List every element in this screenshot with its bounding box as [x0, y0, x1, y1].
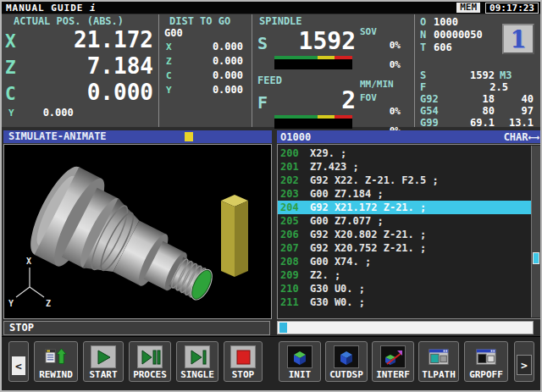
simulate-title-bar: SIMULATE-ANIMATE	[3, 130, 272, 143]
softkey-single[interactable]: SINGLE	[176, 341, 218, 382]
program-line[interactable]: 203G00 Z7.184 ;	[278, 187, 533, 201]
axis-row-y: Y 0.000	[2, 107, 158, 119]
machine-status-bar: STOP	[3, 321, 270, 335]
program-line[interactable]: 209Z2. ;	[278, 268, 533, 282]
modal-g99-row: G99 69.1 13.1	[415, 117, 540, 129]
program-info-panel: O 1000 N 00000050 T 606 1 S 1592 M3 F	[414, 14, 540, 127]
spindle-feed-panel: SPINDLE S 1592 FEED F 2 SOV 0% 0% MM/MIN	[252, 14, 414, 127]
cut-display-icon	[334, 345, 359, 368]
feed-unit-label: MM/MIN	[358, 78, 412, 91]
program-scrollbar[interactable]	[531, 146, 540, 317]
program-line[interactable]: 200X29. ;	[278, 146, 533, 160]
program-line[interactable]: 205G00 Z7.077 ;	[278, 214, 533, 228]
title-bar: MANUAL GUIDE i MEM 09:17:23	[2, 2, 540, 14]
start-icon	[91, 345, 116, 368]
feed-rate: F 2	[257, 86, 356, 114]
softkey-start[interactable]: START	[83, 341, 124, 382]
dist-row-y: Y 0.000	[159, 84, 252, 98]
single-block-icon	[185, 345, 210, 368]
axis-value-c: 0.000	[24, 80, 153, 105]
process-icon	[137, 345, 163, 368]
chevron-left-icon: <	[12, 356, 25, 375]
modal-s-row: S 1592 M3	[415, 69, 540, 81]
rewind-icon	[43, 345, 69, 368]
feed-title: FEED	[257, 75, 356, 86]
program-line[interactable]: 207G92 X20.752 Z-21. ;	[278, 241, 533, 255]
program-line[interactable]: 201Z7.423 ;	[278, 160, 533, 174]
dist-gcode: G00	[159, 27, 252, 41]
program-line[interactable]: 211G30 W0. ;	[278, 295, 533, 309]
axis-row-c: C 0.000	[2, 80, 158, 106]
feed-load-meter	[274, 115, 352, 129]
softkey-interf[interactable]: INTERF	[372, 341, 414, 382]
program-line[interactable]: 208G00 X74. ;	[278, 255, 533, 268]
axis-value-y: 0.000	[43, 107, 74, 119]
axis-label-y: Y	[8, 299, 14, 308]
program-name: O1000	[280, 131, 504, 143]
feed-rate-value: 2	[268, 86, 356, 114]
modal-f-row: F 2.5	[415, 81, 540, 93]
program-line[interactable]: 210G30 U0. ;	[278, 282, 533, 295]
program-line[interactable]: 206G92 X20.802 Z-21. ;	[278, 228, 533, 241]
machine-status-text: STOP	[9, 322, 34, 334]
chevron-right-icon: >	[517, 355, 532, 375]
axis-row-x: X 21.172	[2, 27, 158, 53]
softkey-grpoff[interactable]: GRPOFF	[464, 341, 508, 382]
program-listing: 200X29. ; 201Z7.423 ; 202G92 X22. Z-21. …	[277, 144, 542, 319]
key-input-field[interactable]	[277, 321, 534, 334]
feed-override-value: 0%	[358, 105, 412, 119]
softkey-page-left[interactable]: <	[8, 341, 29, 382]
dist-to-go-title: DIST TO GO	[159, 14, 252, 27]
simulate-progress-marker	[185, 132, 193, 141]
scrollbar-thumb[interactable]	[533, 252, 539, 264]
actual-position-panel: ACTUAL POS. (ABS.) X 21.172 Z 7.184 C 0.…	[2, 14, 158, 127]
top-data-row: ACTUAL POS. (ABS.) X 21.172 Z 7.184 C 0.…	[2, 14, 540, 127]
softkey-tlpath[interactable]: TLPATH	[418, 341, 459, 382]
char-nav-label: CHAR	[504, 131, 528, 143]
feed-override-label: FOV	[358, 91, 412, 105]
mode-badge: MEM	[456, 3, 480, 13]
interference-icon	[380, 345, 406, 368]
softkey-page-right[interactable]: >	[514, 341, 534, 382]
graphic-off-icon	[473, 345, 499, 368]
spindle-speed: S 1592	[257, 27, 356, 55]
program-line[interactable]: 202G92 X22. Z-21. F2.5 ;	[278, 174, 533, 187]
axis-label-x: X	[26, 257, 31, 266]
spindle-override-value: 0%	[358, 39, 412, 52]
clock: 09:17:23	[485, 3, 539, 14]
axis-value-z: 7.184	[24, 53, 153, 79]
modal-g54-row: G54 80 97	[415, 105, 540, 117]
cutting-tool	[221, 195, 248, 277]
program-line-current[interactable]: 204G92 X21.172 Z-21. ;	[278, 201, 533, 214]
axis-value-x: 21.172	[24, 27, 153, 52]
spindle-load-value: 0%	[358, 58, 412, 72]
axis-label-z: Z	[46, 299, 51, 308]
workpiece-render: X Y Z	[4, 145, 271, 318]
char-nav-arrows: ←→	[528, 131, 539, 143]
softkey-rewind[interactable]: REWIND	[34, 341, 78, 382]
softkey-stop[interactable]: STOP	[224, 341, 263, 382]
app-title: MANUAL GUIDE i	[2, 3, 97, 14]
axis-row-z: Z 7.184	[2, 53, 158, 80]
softkey-init[interactable]: INIT	[279, 341, 321, 382]
simulate-title: SIMULATE-ANIMATE	[8, 130, 107, 142]
active-tool-indicator: 1	[502, 24, 534, 54]
tool-path-icon	[426, 345, 451, 368]
program-header-bar: O1000 CHAR ←→	[277, 130, 542, 143]
softkey-process[interactable]: PROCES	[129, 341, 171, 382]
softkey-cutdsp[interactable]: CUTDSP	[325, 341, 368, 382]
stop-icon	[230, 345, 256, 368]
dist-row-z: Z 0.000	[159, 55, 252, 69]
actual-position-title: ACTUAL POS. (ABS.)	[2, 14, 158, 27]
dist-to-go-panel: DIST TO GO G00 X 0.000 Z 0.000 C 0.000 Y…	[158, 14, 252, 127]
spindle-speed-value: 1592	[268, 27, 356, 55]
dist-row-c: C 0.000	[159, 69, 252, 84]
dist-row-x: X 0.000	[159, 41, 252, 55]
modal-g92-row: G92 18 40	[415, 93, 540, 105]
simulation-3d-view: X Y Z	[3, 144, 272, 319]
softkey-toolbar: < REWIND START	[2, 336, 540, 391]
init-cube-icon	[287, 345, 312, 368]
cnc-screen: MANUAL GUIDE i MEM 09:17:23 ACTUAL POS. …	[0, 0, 542, 392]
spindle-override-label: SOV	[358, 25, 412, 39]
input-cursor	[279, 323, 287, 333]
